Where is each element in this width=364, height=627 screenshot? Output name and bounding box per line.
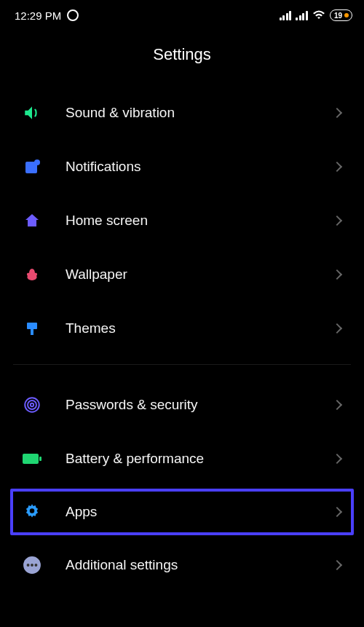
- speaker-icon: [22, 103, 42, 123]
- menu-label: Passwords & security: [66, 397, 333, 413]
- svg-point-9: [30, 508, 35, 513]
- chevron-right-icon: [332, 400, 342, 410]
- circle-icon: [67, 9, 79, 21]
- menu-item-home-screen[interactable]: Home screen: [13, 194, 351, 248]
- status-right: 19: [280, 9, 352, 21]
- menu-label: Apps: [66, 504, 333, 520]
- chevron-right-icon: [332, 507, 342, 517]
- svg-point-12: [31, 564, 33, 567]
- menu-label: Home screen: [66, 213, 333, 229]
- svg-point-5: [28, 401, 36, 409]
- dots-icon: [22, 555, 42, 575]
- menu-label: Sound & vibration: [66, 105, 333, 121]
- chevron-right-icon: [332, 108, 342, 118]
- notifications-icon: [22, 157, 42, 177]
- menu-label: Wallpaper: [66, 267, 333, 283]
- flower-icon: [22, 264, 42, 285]
- home-icon: [22, 210, 42, 231]
- menu-item-passwords-security[interactable]: Passwords & security: [13, 378, 351, 432]
- chevron-right-icon: [332, 216, 342, 226]
- wifi-icon: [312, 10, 325, 20]
- menu-item-wallpaper[interactable]: Wallpaper: [13, 248, 351, 301]
- menu-item-sound-vibration[interactable]: Sound & vibration: [13, 86, 351, 140]
- chevron-right-icon: [332, 269, 342, 280]
- battery-percent: 19: [334, 12, 342, 20]
- svg-point-1: [34, 159, 40, 165]
- chevron-right-icon: [332, 454, 342, 464]
- signal-icon: [296, 11, 308, 20]
- menu-item-battery-performance[interactable]: Battery & performance: [13, 432, 351, 486]
- menu-item-apps[interactable]: Apps: [10, 489, 354, 535]
- menu-label: Battery & performance: [66, 451, 333, 467]
- status-left: 12:29 PM: [15, 9, 79, 22]
- svg-rect-2: [27, 323, 37, 329]
- menu-item-additional-settings[interactable]: Additional settings: [13, 538, 351, 592]
- svg-rect-8: [39, 457, 41, 461]
- menu-label: Notifications: [66, 159, 333, 175]
- brush-icon: [22, 318, 42, 339]
- chevron-right-icon: [332, 162, 342, 172]
- chevron-right-icon: [332, 560, 342, 570]
- gear-icon: [22, 502, 42, 522]
- svg-point-6: [31, 403, 33, 406]
- svg-rect-7: [23, 454, 39, 464]
- menu-item-notifications[interactable]: Notifications: [13, 140, 351, 194]
- menu-label: Additional settings: [66, 557, 333, 573]
- battery-icon: 19: [330, 9, 352, 21]
- settings-menu: Sound & vibration Notifications Home scr…: [0, 86, 364, 355]
- signal-icon: [280, 11, 292, 20]
- svg-point-13: [34, 564, 37, 567]
- svg-point-11: [27, 564, 30, 567]
- page-title: Settings: [0, 28, 364, 86]
- status-bar: 12:29 PM 19: [0, 0, 364, 28]
- fingerprint-icon: [22, 395, 42, 415]
- divider: [13, 364, 351, 365]
- battery-icon: [22, 449, 42, 469]
- clock: 12:29 PM: [15, 9, 61, 22]
- chevron-right-icon: [332, 323, 342, 334]
- settings-menu-2: Passwords & security Battery & performan…: [0, 378, 364, 592]
- menu-label: Themes: [66, 320, 333, 336]
- menu-item-themes[interactable]: Themes: [13, 301, 351, 355]
- svg-rect-3: [31, 329, 33, 335]
